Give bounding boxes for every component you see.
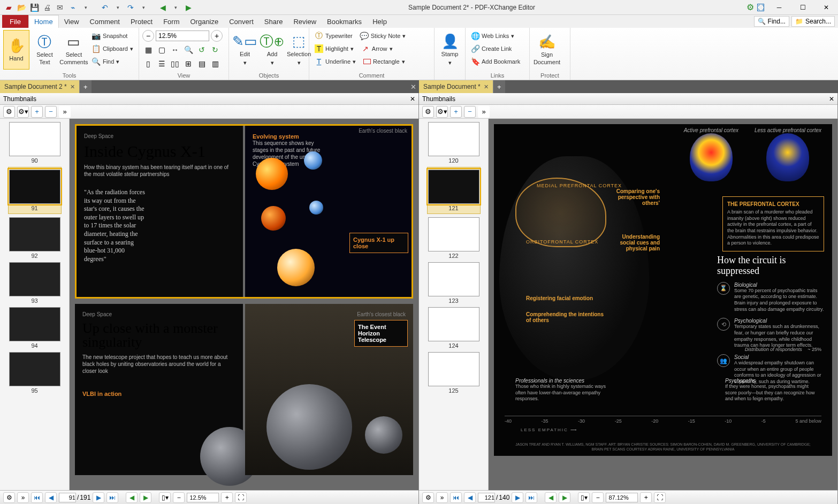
page-number-input-2[interactable] [478,493,495,502]
thumb-zoom-out-icon-2[interactable]: − [464,106,476,118]
doc-tab-2[interactable]: Sample Document * ✕ [419,80,493,93]
sb-fit-icon-2[interactable]: ⛶ [654,492,666,503]
find-button[interactable]: 🔍 Find... [754,16,789,27]
sb-zoom-input-2[interactable] [606,493,638,502]
sb-options-icon-2[interactable]: ⚙ [422,492,434,503]
maximize-button[interactable]: ☐ [791,0,814,15]
thumb-95[interactable]: 95 [8,352,62,394]
thumb-collapse-icon[interactable]: » [59,106,71,118]
sb-more-icon[interactable]: » [17,492,29,503]
nav-back-button[interactable]: ◀ [157,2,168,13]
two-page-icon[interactable]: ▯▯ [169,58,181,70]
single-page-icon[interactable]: ▯ [142,58,154,70]
save-button[interactable]: 💾 [29,2,40,13]
sign-document-tool[interactable]: ✍Sign Document [533,30,561,70]
actual-size-icon[interactable]: ▦ [142,44,154,56]
selection-tool[interactable]: ⬚Selection ▾ [287,30,311,70]
zoom-in-button[interactable]: + [211,30,223,42]
search-button[interactable]: 📁 Search... [791,16,835,27]
hand-tool[interactable]: ✋Hand [3,30,29,70]
qat-more[interactable]: ▾ [80,2,91,13]
page-layout-icon[interactable]: ▤ [196,58,208,70]
sb-zoom-input[interactable] [187,493,219,502]
zoom-input[interactable] [156,30,209,41]
sb-more-icon-2[interactable]: » [436,492,448,503]
menu-help[interactable]: Help [367,15,392,28]
stamp-tool[interactable]: 👤Stamp ▾ [438,30,462,70]
undo-button[interactable]: ↶ [100,2,110,13]
rectangle-tool[interactable]: Rectangle ▾ [361,56,407,67]
sb-last-page-icon[interactable]: ⏭ [106,492,118,503]
highlight-tool[interactable]: THighlight ▾ [313,43,356,55]
select-text-tool[interactable]: ⓉSelect Text [32,30,58,70]
ui-options-button[interactable]: ⚙ [746,2,754,12]
thumb-panel-close-2[interactable]: ✕ [829,95,834,103]
menu-share[interactable]: Share [259,15,288,28]
thumb-124[interactable]: 124 [427,307,481,349]
close-tab-icon[interactable]: ✕ [70,83,75,90]
sb-last-page-icon-2[interactable]: ⏭ [525,492,537,503]
fit-page-icon[interactable]: ▢ [156,44,167,56]
two-continuous-icon[interactable]: ⊞ [182,58,194,70]
sb-zoom-out-icon[interactable]: − [173,492,185,503]
select-comments-tool[interactable]: ▭Select Comments [60,30,88,70]
open-button[interactable]: 📂 [16,2,27,13]
redo-more[interactable]: ▾ [138,2,149,13]
scan-button[interactable]: ⌁ [67,2,78,13]
undo-more[interactable]: ▾ [112,2,123,13]
page-number-input[interactable] [59,493,76,502]
thumb-options-icon[interactable]: ⚙ [3,106,15,118]
menu-home[interactable]: Home [28,15,59,28]
menu-organize[interactable]: Organize [185,15,224,28]
rotate-cw-icon[interactable]: ↻ [209,44,221,56]
sb-zoom-out-icon-2[interactable]: − [592,492,604,503]
page-view-right[interactable]: Active prefrontal cortex Less active pre… [489,119,837,490]
page-extra-icon[interactable]: ▥ [209,58,221,70]
rotate-ccw-icon[interactable]: ↺ [196,44,208,56]
thumb-options2-icon[interactable]: ⚙▾ [17,106,29,118]
thumb-options2-icon-2[interactable]: ⚙▾ [436,106,448,118]
sb-nav-back-icon-2[interactable]: ◀ [545,492,557,503]
web-links-tool[interactable]: 🌐Web Links ▾ [469,30,516,42]
typewriter-tool[interactable]: ⓉTypewriter [313,30,355,42]
clipboard-tool[interactable]: 📋Clipboard ▾ [90,43,135,55]
add-bookmark-tool[interactable]: 🔖Add Bookmark [469,56,522,67]
sb-page-layout-icon-2[interactable]: ▯▾ [578,492,590,503]
underline-tool[interactable]: TUnderline ▾ [313,56,358,67]
thumb-zoom-out-icon[interactable]: − [45,106,57,118]
sb-fit-icon[interactable]: ⛶ [235,492,247,503]
nav-forward-button[interactable]: ▶ [183,2,194,13]
thumb-91[interactable]: 91 [8,167,62,214]
sb-first-page-icon-2[interactable]: ⏮ [450,492,462,503]
launch-button[interactable]: ⛶ [757,4,764,11]
sb-next-page-icon[interactable]: ▶ [93,492,104,503]
file-menu[interactable]: File [2,15,28,28]
edit-object-tool[interactable]: ✎▭Edit ▾ [232,30,257,70]
thumb-panel-close[interactable]: ✕ [410,95,415,103]
sb-nav-back-icon[interactable]: ◀ [126,492,138,503]
menu-bookmarks[interactable]: Bookmarks [322,15,367,28]
sb-page-layout-icon[interactable]: ▯▾ [159,492,171,503]
create-link-tool[interactable]: 🔗Create Link [469,43,514,55]
thumb-120[interactable]: 120 [427,122,481,164]
add-object-tool[interactable]: Ⓣ⊕Add ▾ [260,30,285,70]
close-tab-icon[interactable]: ✕ [484,83,489,90]
thumbnail-strip-right[interactable]: 120 121 122 123 124 125 [419,119,489,490]
thumb-options-icon-2[interactable]: ⚙ [422,106,434,118]
thumb-93[interactable]: 93 [8,262,62,304]
sb-zoom-in-icon-2[interactable]: + [640,492,652,503]
thumbnail-strip-left[interactable]: 90 91 92 93 94 95 [0,119,70,490]
thumb-zoom-in-icon-2[interactable]: + [450,106,462,118]
sb-prev-page-icon-2[interactable]: ◀ [464,492,476,503]
thumb-90[interactable]: 90 [8,122,62,164]
nav-back-more[interactable]: ▾ [170,2,181,13]
menu-review[interactable]: Review [288,15,322,28]
sb-nav-fwd-icon[interactable]: ▶ [140,492,151,503]
zoom-out-button[interactable]: − [142,30,154,42]
sb-prev-page-icon[interactable]: ◀ [45,492,57,503]
email-button[interactable]: ✉ [55,2,65,13]
thumb-121[interactable]: 121 [427,167,481,214]
find-tool[interactable]: 🔍Find ▾ [90,56,135,67]
menu-comment[interactable]: Comment [85,15,125,28]
sb-nav-fwd-icon-2[interactable]: ▶ [559,492,570,503]
